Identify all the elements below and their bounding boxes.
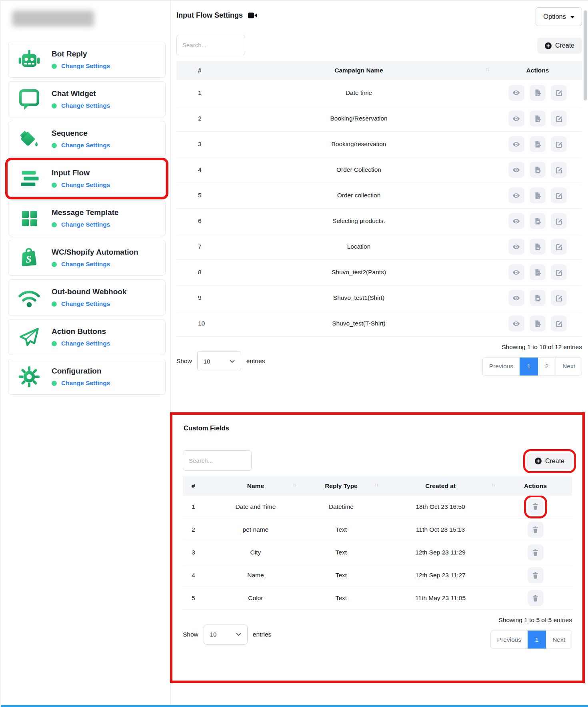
delete-button[interactable]	[528, 499, 544, 515]
sidebar-item-bot-reply[interactable]: Bot Reply Change Settings	[8, 42, 166, 78]
change-settings-link[interactable]: Change Settings	[52, 62, 110, 70]
sidebar-item-label: Sequence	[52, 129, 110, 138]
change-settings-link[interactable]: Change Settings	[52, 340, 110, 347]
sidebar-item-input-flow[interactable]: Input Flow Change Settings	[8, 161, 166, 197]
trash-icon	[532, 595, 539, 602]
view-button[interactable]	[508, 239, 524, 255]
view-button[interactable]	[508, 213, 524, 229]
delete-button[interactable]	[528, 544, 544, 560]
sidebar-item-label: Input Flow	[52, 169, 110, 177]
export-button[interactable]	[530, 315, 546, 331]
row-number: 4	[183, 564, 211, 587]
export-button[interactable]	[530, 264, 546, 280]
column-header-name[interactable]: Name ↑↓	[211, 476, 300, 496]
page-button-1[interactable]: 1	[520, 358, 538, 376]
delete-button[interactable]	[528, 590, 544, 606]
export-button[interactable]	[530, 136, 546, 152]
column-header-campaign-name[interactable]: Campaign Name ↑↓	[224, 61, 493, 80]
column-header-reply-type[interactable]: Reply Type ↑↓	[300, 476, 382, 496]
status-dot-icon	[52, 301, 57, 307]
export-button[interactable]	[530, 187, 546, 203]
change-settings-link[interactable]: Change Settings	[52, 221, 119, 228]
page-size-select[interactable]: 10	[197, 351, 241, 371]
export-button[interactable]	[530, 85, 546, 101]
sort-icon[interactable]: ↑↓	[486, 66, 490, 72]
column-header-created-at[interactable]: Created at ↑↓	[382, 476, 499, 496]
plus-circle-icon	[535, 458, 542, 464]
export-button[interactable]	[530, 110, 546, 127]
export-button[interactable]	[530, 213, 546, 229]
edit-button[interactable]	[551, 162, 567, 178]
sidebar-item-action-buttons[interactable]: Action Buttons Change Settings	[8, 319, 166, 355]
change-settings-link[interactable]: Change Settings	[52, 261, 138, 268]
reply-type: Text	[300, 587, 382, 610]
flows-create-button[interactable]: Create	[537, 38, 582, 54]
edit-button[interactable]	[551, 264, 567, 280]
column-header-num: #	[176, 61, 224, 80]
row-number: 5	[176, 183, 224, 208]
change-settings-link[interactable]: Change Settings	[52, 300, 127, 307]
edit-button[interactable]	[551, 110, 567, 127]
shopify-bag-icon: S	[17, 246, 41, 270]
edit-button[interactable]	[551, 136, 567, 152]
view-button[interactable]	[508, 110, 524, 127]
eye-icon	[512, 243, 520, 251]
previous-page-button[interactable]: Previous	[490, 631, 528, 649]
sort-icon[interactable]: ↑↓	[374, 482, 378, 488]
previous-page-button[interactable]: Previous	[482, 358, 520, 376]
next-page-button[interactable]: Next	[546, 631, 572, 649]
edit-button[interactable]	[551, 85, 567, 101]
view-button[interactable]	[508, 315, 524, 331]
view-button[interactable]	[508, 85, 524, 101]
sort-icon[interactable]: ↑↓	[491, 482, 495, 488]
options-button[interactable]: Options	[536, 7, 582, 26]
export-button[interactable]	[530, 162, 546, 178]
sidebar-item-chat-widget[interactable]: Chat Widget Change Settings	[8, 81, 166, 117]
custom-fields-search-input[interactable]	[183, 450, 252, 471]
custom-fields-create-button[interactable]: Create	[527, 453, 572, 469]
sidebar-item-sequence[interactable]: Sequence Change Settings	[8, 121, 166, 157]
row-number: 6	[176, 208, 224, 234]
page-button-1[interactable]: 1	[528, 631, 546, 649]
sidebar-item-wc-shopify-automation[interactable]: S WC/Shopify Automation Change Settings	[8, 240, 166, 276]
sidebar-item-label: Message Template	[52, 208, 119, 217]
flows-search-input[interactable]	[176, 35, 245, 55]
campaign-name: Booking/Reservation	[224, 106, 493, 131]
change-settings-link[interactable]: Change Settings	[52, 380, 110, 387]
edit-button[interactable]	[551, 315, 567, 331]
file-export-icon	[534, 269, 542, 276]
campaign-name: Date time	[224, 80, 493, 106]
edit-button[interactable]	[551, 239, 567, 255]
video-camera-icon[interactable]	[248, 12, 258, 19]
row-number: 10	[176, 311, 224, 336]
sidebar-item-configuration[interactable]: Configuration Change Settings	[8, 359, 166, 395]
export-button[interactable]	[530, 239, 546, 255]
view-button[interactable]	[508, 290, 524, 306]
edit-button[interactable]	[551, 213, 567, 229]
change-settings-link[interactable]: Change Settings	[52, 142, 110, 149]
edit-button[interactable]	[551, 290, 567, 306]
sidebar-item-out-bound-webhook[interactable]: Out-bound Webhook Change Settings	[8, 279, 166, 315]
gear-icon	[17, 365, 41, 389]
view-button[interactable]	[508, 187, 524, 203]
page-button-2[interactable]: 2	[538, 358, 556, 376]
view-button[interactable]	[508, 162, 524, 178]
change-settings-link[interactable]: Change Settings	[52, 181, 110, 189]
scrollbar[interactable]	[584, 10, 587, 100]
export-button[interactable]	[530, 290, 546, 306]
reply-type: Text	[300, 541, 382, 564]
window-edge-highlight	[1, 705, 588, 707]
sort-icon[interactable]: ↑↓	[292, 482, 296, 488]
view-button[interactable]	[508, 136, 524, 152]
trash-icon	[532, 503, 539, 510]
delete-button[interactable]	[528, 522, 544, 538]
pencil-square-icon	[555, 141, 563, 148]
status-dot-icon	[52, 381, 57, 386]
delete-button[interactable]	[528, 567, 544, 583]
next-page-button[interactable]: Next	[556, 358, 582, 376]
page-size-select[interactable]: 10	[204, 625, 248, 645]
change-settings-link[interactable]: Change Settings	[52, 102, 110, 109]
edit-button[interactable]	[551, 187, 567, 203]
sidebar-item-message-template[interactable]: Message Template Change Settings	[8, 200, 166, 236]
view-button[interactable]	[508, 264, 524, 280]
